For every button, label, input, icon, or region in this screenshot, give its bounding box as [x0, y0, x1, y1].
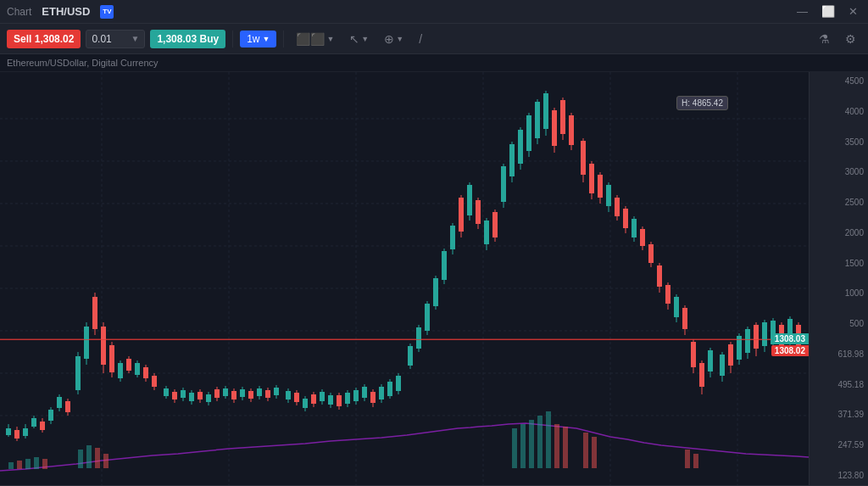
price-level-500: 500: [814, 319, 864, 329]
svg-rect-186: [745, 329, 750, 353]
svg-rect-18: [14, 430, 19, 439]
spread-arrow: ▼: [131, 34, 140, 43]
svg-rect-218: [693, 454, 698, 468]
svg-rect-48: [143, 367, 148, 378]
svg-rect-178: [708, 350, 713, 371]
svg-rect-174: [691, 342, 696, 367]
svg-rect-136: [526, 115, 531, 151]
svg-rect-102: [379, 387, 384, 399]
svg-rect-124: [476, 200, 481, 224]
svg-rect-162: [640, 229, 645, 246]
flask-button[interactable]: ⚗: [814, 29, 835, 49]
svg-rect-72: [248, 391, 253, 399]
svg-rect-58: [189, 393, 194, 401]
svg-rect-88: [320, 392, 325, 401]
svg-rect-50: [152, 376, 157, 387]
svg-rect-160: [632, 219, 637, 237]
svg-rect-204: [78, 450, 83, 468]
svg-rect-32: [75, 356, 81, 390]
price-level-2000: 2000: [814, 228, 864, 238]
flask-icon: ⚗: [819, 32, 830, 46]
svg-rect-120: [459, 198, 464, 232]
svg-rect-190: [762, 322, 767, 346]
svg-rect-207: [103, 454, 108, 468]
svg-rect-205: [86, 445, 92, 468]
svg-rect-208: [512, 428, 517, 468]
svg-rect-62: [206, 394, 211, 402]
svg-rect-202: [34, 457, 39, 469]
cursor-button[interactable]: ↖ ▼: [344, 29, 374, 49]
spread-input[interactable]: 0.01 ▼: [86, 30, 145, 48]
svg-rect-56: [181, 390, 186, 398]
chart-type-arrow: ▼: [326, 35, 334, 43]
svg-rect-114: [433, 278, 438, 306]
svg-rect-132: [509, 144, 515, 176]
svg-rect-182: [728, 344, 733, 366]
crosshair-button[interactable]: ⊕ ▼: [379, 29, 409, 49]
svg-rect-158: [623, 209, 628, 228]
price-scale: 4500 4000 3500 3000 2500 2000 1500 1000 …: [809, 72, 868, 485]
buy-button[interactable]: 1,308.03 Buy: [150, 30, 225, 48]
toolbar: Sell 1,308.02 0.01 ▼ 1,308.03 Buy 1w ▼ ⬛…: [0, 24, 868, 54]
svg-rect-68: [231, 391, 236, 399]
svg-rect-60: [198, 392, 203, 399]
chart-subtitle: Ethereum/USDollar, Digital Currency: [0, 54, 868, 72]
svg-rect-126: [484, 221, 489, 244]
svg-rect-40: [109, 345, 114, 372]
svg-rect-44: [126, 359, 131, 371]
svg-rect-142: [552, 110, 557, 146]
chart-area[interactable]: H: 4865.42 1308.03 1308.02 4500 4000 350…: [0, 72, 868, 485]
price-chart: [0, 72, 809, 485]
draw-button[interactable]: /: [414, 29, 427, 49]
chart-type-button[interactable]: ⬛⬛ ▼: [291, 29, 339, 49]
svg-rect-108: [408, 346, 413, 366]
svg-rect-104: [387, 382, 392, 396]
sell-button[interactable]: Sell 1,308.02: [7, 30, 81, 48]
tv-icon: TV: [100, 5, 114, 19]
svg-rect-215: [583, 433, 588, 468]
svg-rect-46: [135, 363, 140, 375]
svg-rect-130: [501, 166, 506, 202]
svg-rect-200: [17, 461, 22, 469]
timeframe-button[interactable]: 1w ▼: [240, 31, 276, 47]
price-level-3000: 3000: [814, 167, 864, 177]
price-level-1500: 1500: [814, 259, 864, 269]
svg-rect-116: [442, 251, 447, 280]
price-level-2500: 2500: [814, 198, 864, 208]
close-btn[interactable]: ✕: [845, 3, 861, 20]
svg-rect-170: [674, 297, 679, 317]
separator-1: [232, 31, 233, 47]
svg-rect-144: [560, 100, 565, 134]
svg-rect-122: [467, 185, 472, 215]
sell-price-value: 1308.03: [775, 334, 805, 344]
svg-rect-176: [699, 363, 704, 387]
crosshair-icon: ⊕: [384, 32, 394, 46]
price-line: [0, 339, 809, 340]
svg-rect-30: [65, 401, 70, 412]
svg-rect-22: [31, 418, 36, 427]
svg-rect-26: [48, 410, 53, 421]
draw-icon: /: [419, 32, 422, 46]
svg-rect-16: [6, 428, 11, 435]
minimize-btn[interactable]: —: [793, 3, 811, 20]
high-label: H: 4865.42: [676, 96, 728, 110]
buy-price-value: 1308.02: [775, 346, 805, 355]
sell-price-badge: 1308.03: [771, 333, 809, 344]
settings-button[interactable]: ⚙: [840, 29, 861, 49]
svg-rect-188: [754, 325, 759, 349]
svg-rect-38: [101, 327, 106, 365]
svg-rect-154: [606, 185, 611, 206]
svg-rect-64: [214, 389, 220, 398]
timeframe-arrow: ▼: [263, 35, 270, 43]
svg-rect-209: [520, 424, 526, 468]
cursor-icon: ↖: [349, 32, 359, 46]
svg-rect-166: [657, 265, 662, 287]
svg-rect-156: [615, 198, 620, 216]
svg-rect-128: [492, 212, 498, 237]
svg-rect-106: [396, 376, 401, 391]
svg-rect-201: [25, 459, 31, 469]
crosshair-arrow: ▼: [396, 35, 403, 43]
indicator-495: 495.18: [814, 380, 864, 390]
price-level-4000: 4000: [814, 107, 864, 117]
maximize-btn[interactable]: ⬜: [818, 3, 838, 20]
